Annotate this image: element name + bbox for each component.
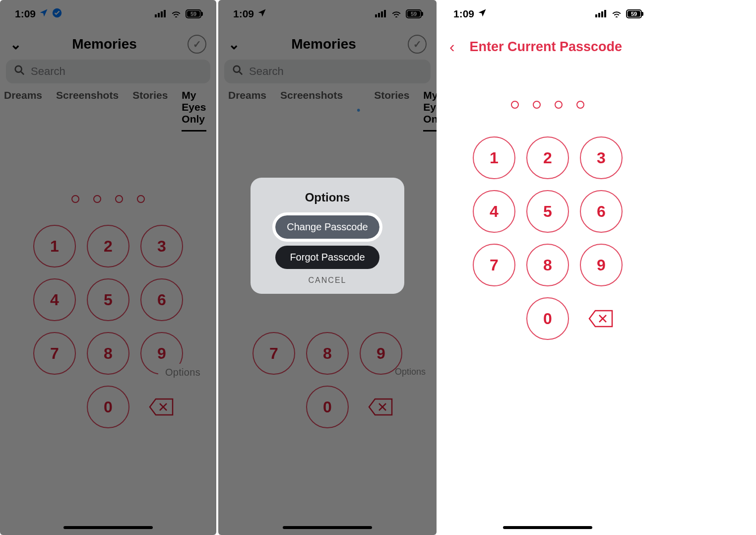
svg-rect-9 — [375, 14, 377, 17]
page-title: Memories — [291, 36, 356, 52]
battery-icon: 59 — [406, 9, 422, 18]
svg-point-5 — [15, 66, 22, 72]
key-4[interactable]: 4 — [33, 278, 76, 321]
select-icon[interactable]: ✓ — [408, 35, 427, 54]
key-empty — [473, 297, 515, 340]
key-8[interactable]: 8 — [526, 244, 569, 286]
key-1[interactable]: 1 — [473, 136, 515, 179]
key-8[interactable]: 8 — [87, 332, 129, 375]
tab-screenshots[interactable]: Screenshots — [56, 89, 119, 132]
modal-title: Options — [261, 191, 393, 204]
memories-tabs: Dreams Screenshots Stories My Eyes Only — [0, 89, 216, 135]
status-bar: 1:09 59 — [439, 0, 657, 28]
key-8[interactable]: 8 — [306, 332, 349, 375]
passcode-keypad: 1 2 3 4 5 6 7 8 9 0 — [439, 136, 657, 340]
svg-rect-20 — [604, 10, 606, 17]
svg-rect-12 — [384, 10, 386, 17]
backspace-icon[interactable] — [580, 297, 623, 340]
search-placeholder: Search — [31, 65, 65, 78]
home-indicator — [503, 526, 592, 529]
passcode-keypad: 1 2 3 4 5 6 7 8 9 0 — [0, 225, 216, 428]
wifi-icon — [611, 8, 622, 20]
passcode-dots — [0, 195, 216, 203]
key-0[interactable]: 0 — [306, 386, 349, 428]
options-modal: Options Change Passcode Forgot Passcode … — [251, 178, 404, 294]
key-5[interactable]: 5 — [87, 278, 129, 321]
search-input[interactable]: Search — [6, 60, 210, 83]
svg-line-14 — [240, 72, 243, 75]
memories-header: ⌄ Memories ✓ — [218, 28, 437, 60]
search-placeholder: Search — [249, 65, 284, 78]
page-title: Enter Current Passcode — [446, 39, 646, 55]
tab-stories[interactable]: Stories — [374, 89, 409, 132]
passcode-keypad: 7 8 9 0 — [218, 332, 437, 428]
key-7[interactable]: 7 — [473, 244, 515, 286]
svg-rect-2 — [158, 13, 160, 17]
key-3[interactable]: 3 — [580, 136, 623, 179]
wifi-icon — [391, 8, 402, 20]
key-4[interactable]: 4 — [473, 190, 515, 233]
tab-dreams[interactable]: Dreams — [228, 89, 266, 132]
svg-rect-18 — [598, 13, 600, 17]
svg-line-6 — [21, 72, 24, 75]
status-time: 1:09 — [233, 8, 254, 20]
page-title: Memories — [72, 36, 137, 52]
svg-rect-3 — [161, 11, 163, 17]
status-bar: 1:09 59 — [218, 0, 437, 28]
key-1[interactable]: 1 — [33, 225, 76, 268]
key-7[interactable]: 7 — [252, 332, 295, 375]
key-6[interactable]: 6 — [580, 190, 623, 233]
status-bar: 1:09 59 — [0, 0, 216, 28]
wifi-icon — [171, 8, 182, 20]
memories-tabs: Dreams Screenshots • Stories My Eyes Onl… — [218, 89, 437, 135]
tab-stories[interactable]: Stories — [132, 89, 168, 132]
chevron-down-icon[interactable]: ⌄ — [228, 36, 240, 53]
svg-rect-4 — [164, 10, 166, 17]
key-empty — [33, 386, 76, 428]
cellular-icon — [155, 8, 167, 20]
svg-rect-11 — [381, 11, 383, 17]
cellular-icon — [375, 8, 387, 20]
chevron-down-icon[interactable]: ⌄ — [10, 36, 21, 53]
enter-passcode-header: ‹ Enter Current Passcode — [439, 28, 657, 66]
svg-rect-19 — [601, 11, 603, 17]
tab-my-eyes-only[interactable]: My Eyes Only — [423, 89, 437, 132]
cancel-button[interactable]: CANCEL — [261, 276, 393, 285]
location-icon — [257, 8, 267, 20]
options-button[interactable]: Options — [158, 364, 207, 381]
cellular-icon — [595, 8, 607, 20]
search-icon — [232, 65, 243, 78]
svg-rect-17 — [595, 14, 597, 17]
tab-my-eyes-only[interactable]: My Eyes Only — [182, 89, 206, 132]
memories-header: ⌄ Memories ✓ — [0, 28, 216, 60]
key-0[interactable]: 0 — [526, 297, 569, 340]
key-0[interactable]: 0 — [87, 386, 129, 428]
battery-icon: 59 — [626, 9, 642, 18]
status-time: 1:09 — [453, 8, 474, 20]
svg-rect-10 — [378, 13, 380, 17]
key-7[interactable]: 7 — [33, 332, 76, 375]
select-icon[interactable]: ✓ — [188, 35, 206, 54]
location-icon — [477, 8, 487, 20]
key-9[interactable]: 9 — [580, 244, 623, 286]
search-input[interactable]: Search — [224, 60, 431, 83]
tab-dreams[interactable]: Dreams — [4, 89, 42, 132]
key-2[interactable]: 2 — [87, 225, 129, 268]
forgot-passcode-button[interactable]: Forgot Passcode — [275, 246, 379, 269]
verified-icon — [52, 7, 63, 21]
svg-point-13 — [234, 66, 240, 72]
backspace-icon[interactable] — [140, 386, 183, 428]
tab-screenshots[interactable]: Screenshots — [280, 89, 343, 132]
svg-rect-1 — [155, 14, 157, 17]
status-time: 1:09 — [15, 8, 36, 20]
key-5[interactable]: 5 — [526, 190, 569, 233]
key-3[interactable]: 3 — [140, 225, 183, 268]
home-indicator — [63, 526, 153, 529]
home-indicator — [283, 526, 372, 529]
backspace-icon[interactable] — [360, 386, 402, 428]
options-button[interactable]: Options — [395, 367, 426, 377]
key-2[interactable]: 2 — [526, 136, 569, 179]
change-passcode-button[interactable]: Change Passcode — [275, 215, 379, 239]
key-6[interactable]: 6 — [140, 278, 183, 321]
location-icon — [39, 8, 49, 20]
